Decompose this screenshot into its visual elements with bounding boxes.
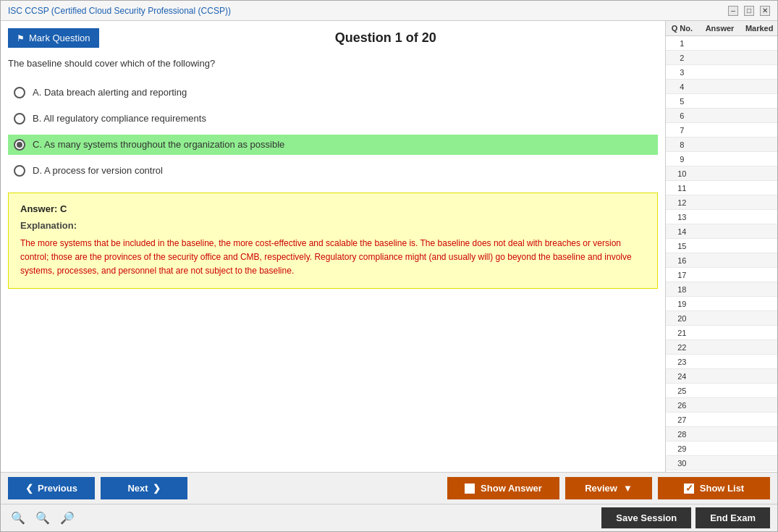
- sidebar-row[interactable]: 28: [666, 427, 777, 442]
- title-bar: ISC CCSP (Certified Cloud Security Profe…: [1, 1, 777, 21]
- sidebar-qno: 4: [666, 83, 698, 91]
- review-button[interactable]: Review ▼: [565, 477, 652, 499]
- sidebar-qno: 13: [666, 213, 698, 221]
- show-answer-button[interactable]: Show Answer: [447, 477, 559, 499]
- review-label: Review: [585, 483, 617, 494]
- sidebar-row[interactable]: 11: [666, 181, 777, 195]
- sidebar-header-answer: Answer: [698, 24, 742, 33]
- sidebar-qno: 20: [666, 314, 698, 323]
- end-exam-button[interactable]: End Exam: [695, 507, 770, 528]
- sidebar-row[interactable]: 22: [666, 340, 777, 355]
- show-list-button[interactable]: Show List: [658, 477, 770, 499]
- sidebar-row[interactable]: 20: [666, 311, 777, 326]
- bottom-toolbar: ❮ Previous Next ❯ Show Answer Review ▼ S…: [1, 472, 777, 504]
- review-arrow-icon: ▼: [623, 483, 633, 494]
- answer-label: Answer: C: [20, 203, 646, 214]
- save-session-label: Save Session: [616, 512, 677, 523]
- mark-question-label: Mark Question: [29, 33, 90, 43]
- prev-arrow-icon: ❮: [25, 483, 33, 494]
- close-button[interactable]: ✕: [760, 6, 770, 16]
- sidebar-qno: 2: [666, 54, 698, 62]
- main-panel: ⚑ Mark Question Question 1 of 20 The bas…: [1, 21, 665, 472]
- sidebar-qno: 5: [666, 97, 698, 106]
- sidebar-row[interactable]: 13: [666, 210, 777, 224]
- option-d[interactable]: D. A process for version control: [8, 161, 658, 181]
- sidebar-row[interactable]: 12: [666, 195, 777, 210]
- sidebar-qno: 9: [666, 155, 698, 164]
- previous-button[interactable]: ❮ Previous: [8, 477, 95, 499]
- show-list-icon: [684, 484, 694, 494]
- explanation-label: Explanation:: [20, 220, 646, 231]
- sidebar-row[interactable]: 30: [666, 456, 777, 470]
- sidebar-row[interactable]: 1: [666, 36, 777, 51]
- sidebar-row[interactable]: 7: [666, 123, 777, 138]
- sidebar-qno: 7: [666, 126, 698, 135]
- end-exam-label: End Exam: [710, 512, 756, 523]
- zoom-out-button[interactable]: 🔎: [57, 510, 77, 526]
- sidebar-row[interactable]: 15: [666, 239, 777, 253]
- show-list-label: Show List: [700, 483, 744, 494]
- sidebar-qno: 15: [666, 242, 698, 250]
- sidebar-row[interactable]: 24: [666, 369, 777, 384]
- sidebar-row[interactable]: 3: [666, 65, 777, 80]
- sidebar-row[interactable]: 5: [666, 94, 777, 109]
- sidebar-row[interactable]: 19: [666, 297, 777, 311]
- sidebar-qno: 12: [666, 198, 698, 207]
- sidebar-row[interactable]: 9: [666, 152, 777, 166]
- maximize-button[interactable]: □: [744, 6, 754, 16]
- option-c-text: C. As many systems throughout the organi…: [33, 139, 284, 150]
- zoom-reset-button[interactable]: 🔍: [33, 510, 53, 526]
- sidebar-qno: 18: [666, 285, 698, 294]
- option-a[interactable]: A. Data breach alerting and reporting: [8, 83, 658, 103]
- minimize-button[interactable]: –: [728, 6, 738, 16]
- sidebar-qno: 16: [666, 256, 698, 265]
- next-button[interactable]: Next ❯: [101, 477, 187, 499]
- sidebar-row[interactable]: 27: [666, 413, 777, 427]
- option-d-text: D. A process for version control: [33, 165, 163, 176]
- sidebar-qno: 1: [666, 39, 698, 48]
- sidebar-qno: 30: [666, 459, 698, 468]
- sidebar-row[interactable]: 16: [666, 253, 777, 268]
- sidebar-row[interactable]: 14: [666, 224, 777, 239]
- sidebar-row[interactable]: 17: [666, 268, 777, 282]
- show-answer-icon: [465, 484, 475, 494]
- app-window: ISC CCSP (Certified Cloud Security Profe…: [0, 0, 778, 532]
- sidebar-qno: 22: [666, 343, 698, 352]
- radio-c: [14, 139, 25, 151]
- flag-icon: ⚑: [17, 33, 25, 43]
- sidebar-row[interactable]: 8: [666, 138, 777, 152]
- save-session-button[interactable]: Save Session: [601, 507, 691, 528]
- mark-question-button[interactable]: ⚑ Mark Question: [8, 28, 99, 48]
- sidebar-qno: 14: [666, 227, 698, 236]
- sidebar-qno: 6: [666, 111, 698, 120]
- zoom-in-button[interactable]: 🔍: [8, 510, 28, 526]
- option-a-text: A. Data breach alerting and reporting: [33, 87, 187, 98]
- sidebar-row[interactable]: 10: [666, 166, 777, 181]
- window-controls: – □ ✕: [728, 6, 770, 16]
- sidebar-row[interactable]: 2: [666, 51, 777, 65]
- next-arrow-icon: ❯: [153, 483, 161, 494]
- radio-b: [14, 113, 25, 124]
- sidebar-row[interactable]: 26: [666, 398, 777, 413]
- sidebar-qno: 28: [666, 430, 698, 439]
- sidebar-row[interactable]: 4: [666, 80, 777, 94]
- sidebar-header: Q No. Answer Marked: [666, 21, 777, 36]
- sidebar-qno: 24: [666, 372, 698, 381]
- sidebar-qno: 11: [666, 184, 698, 193]
- sidebar-row[interactable]: 23: [666, 355, 777, 369]
- sidebar-qno: 3: [666, 68, 698, 77]
- option-b-text: B. All regulatory compliance requirement…: [33, 113, 206, 124]
- sidebar-row[interactable]: 6: [666, 109, 777, 123]
- sidebar-row[interactable]: 25: [666, 384, 777, 398]
- sidebar-qno: 19: [666, 300, 698, 308]
- content-area: ⚑ Mark Question Question 1 of 20 The bas…: [1, 21, 777, 472]
- option-c[interactable]: C. As many systems throughout the organi…: [8, 135, 658, 155]
- sidebar-qno: 27: [666, 415, 698, 424]
- sidebar-row[interactable]: 18: [666, 282, 777, 297]
- sidebar-row[interactable]: 29: [666, 442, 777, 456]
- sidebar-list[interactable]: 1 2 3 4 5 6 7 8: [666, 36, 777, 472]
- sidebar: Q No. Answer Marked 1 2 3 4 5 6: [665, 21, 777, 472]
- option-b[interactable]: B. All regulatory compliance requirement…: [8, 109, 658, 129]
- sidebar-row[interactable]: 21: [666, 326, 777, 340]
- sidebar-qno: 26: [666, 401, 698, 410]
